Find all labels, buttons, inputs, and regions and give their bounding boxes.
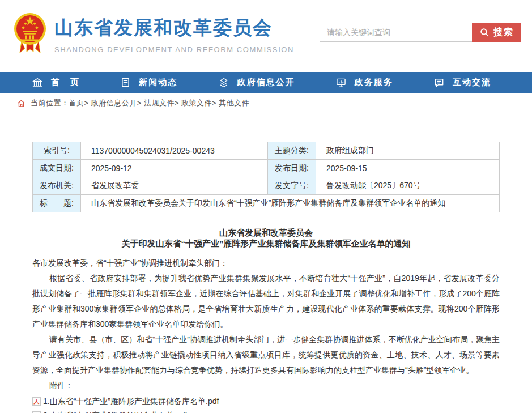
attachment-label: 附件： (32, 378, 500, 393)
main-nav: 首 页 新闻动态 政府信息公开 政务服务 (0, 72, 532, 93)
attachments-list: 1.山东省“十强产业”雁阵形产业集群储备库名单.pdf 2.山东省“十强产业”集… (32, 394, 500, 413)
pdf-icon (32, 397, 41, 406)
attachment-link-1[interactable]: 1.山东省“十强产业”雁阵形产业集群储备库名单.pdf (32, 394, 500, 408)
meta-label-written-date: 成文日期: (33, 160, 81, 177)
meta-value-issuer: 省发展改革委 (81, 177, 268, 195)
meta-value-index: 113700000045024031/2025-00243 (81, 142, 268, 160)
attachment-filename: 2.山东省“十强产业”集群领军企业名单.pdf (43, 408, 187, 413)
search-input[interactable] (320, 23, 472, 42)
building-icon (32, 77, 43, 88)
nav-item-interaction[interactable]: 互动交流 (433, 77, 491, 88)
nav-item-gov-info[interactable]: 政府信息公开 (218, 77, 295, 88)
document-meta-table: 索引号: 113700000045024031/2025-00243 主题分类:… (32, 142, 500, 212)
site-title: 山东省发展和改革委员会 (54, 15, 294, 41)
attachment-link-2[interactable]: 2.山东省“十强产业”集群领军企业名单.pdf (32, 408, 500, 413)
table-row: 发布机关: 省发展改革委 发文字号: 鲁发改动能〔2025〕670号 (33, 177, 500, 195)
document-title-line2: 关于印发山东省“十强产业”雁阵形产业集群储备库及集群领军企业名单的通知 (32, 238, 500, 249)
meta-value-written-date: 2025-09-12 (81, 160, 268, 177)
meta-label-index: 索引号: (33, 142, 81, 160)
nav-label-services: 政务服务 (355, 77, 393, 88)
chat-icon (433, 77, 445, 88)
table-row: 索引号: 113700000045024031/2025-00243 主题分类:… (33, 142, 500, 160)
site-header: 山东省发展和改革委员会 SHANDONG DEVELOPMENT AND REF… (0, 0, 532, 72)
monitor-icon (335, 77, 347, 88)
meta-value-publish-date: 2025-09-15 (316, 160, 500, 177)
nav-label-home: 首 页 (51, 77, 80, 88)
search-button[interactable]: 搜索 (472, 23, 521, 42)
meta-label-doc-number: 发文字号: (268, 177, 316, 195)
meta-value-title: 山东省发展和改革委员会关于印发山东省“十强产业”雁阵形产业集群储备库及集群领军企… (81, 195, 500, 212)
newspaper-icon (120, 77, 131, 88)
search-icon (479, 27, 490, 37)
table-row: 成文日期: 2025-09-12 发布日期: 2025-09-15 (33, 160, 500, 177)
nav-item-news[interactable]: 新闻动态 (120, 77, 177, 88)
salutation: 各市发展改革委，省“十强产业”协调推进机制牵头部门： (32, 256, 500, 271)
nav-label-gov-info: 政府信息公开 (237, 77, 295, 88)
home-icon (17, 99, 25, 108)
meta-value-doc-number: 鲁发改动能〔2025〕670号 (316, 177, 500, 195)
nav-label-news: 新闻动态 (139, 77, 177, 88)
table-row: 标 题: 山东省发展和改革委员会关于印发山东省“十强产业”雁阵形产业集群储备库及… (33, 195, 500, 212)
nav-label-interaction: 互动交流 (453, 77, 491, 88)
meta-label-category: 主题分类: (268, 142, 316, 160)
layers-icon (218, 77, 229, 88)
meta-value-category: 政府组成部门 (316, 142, 500, 160)
attachment-filename: 1.山东省“十强产业”雁阵形产业集群储备库名单.pdf (43, 394, 219, 408)
breadcrumb-path[interactable]: 当前位置：首页> 政府信息公开> 法规文件> 政策文件> 其他文件 (31, 98, 249, 108)
meta-label-publish-date: 发布日期: (268, 160, 316, 177)
document-title-line1: 山东省发展和改革委员会 (32, 227, 500, 238)
breadcrumb: 当前位置：首页> 政府信息公开> 法规文件> 政策文件> 其他文件 (0, 93, 532, 113)
site-search: 搜索 (320, 23, 521, 42)
document-body: 山东省发展和改革委员会 关于印发山东省“十强产业”雁阵形产业集群储备库及集群领军… (32, 227, 500, 413)
meta-label-issuer: 发布机关: (33, 177, 81, 195)
meta-label-title: 标 题: (33, 195, 81, 212)
national-emblem-logo (14, 12, 46, 54)
search-button-label: 搜索 (493, 27, 514, 39)
site-subtitle-en: SHANDONG DEVELOPMENT AND REFORM COMMISSI… (54, 45, 294, 54)
paragraph: 根据省委、省政府安排部署，为提升我省优势产业集群集聚发展水平，不断培育壮大“十强… (32, 271, 500, 332)
nav-item-services[interactable]: 政务服务 (335, 77, 393, 88)
paragraph: 请有关市、县（市、区）和省“十强产业”协调推进机制牵头部门，进一步健全集群协调推… (32, 332, 500, 378)
nav-item-home[interactable]: 首 页 (32, 77, 80, 88)
